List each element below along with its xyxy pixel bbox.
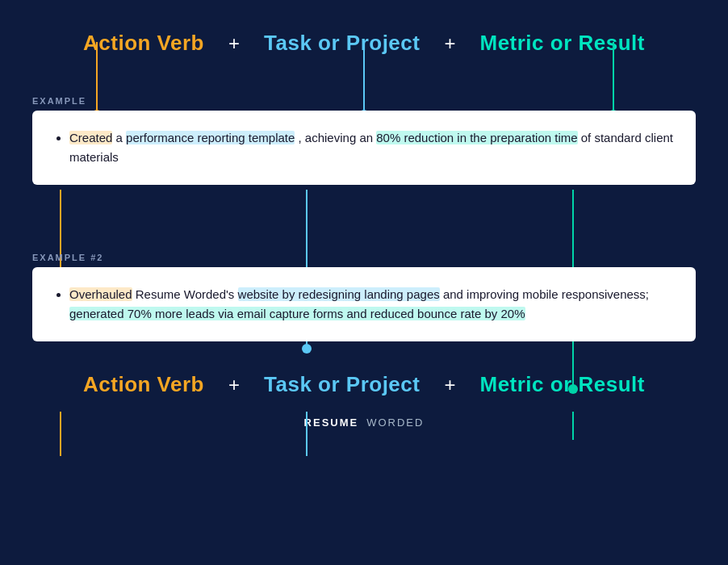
example1-bullet-item: Created a performance reporting template…	[69, 128, 673, 167]
footer: RESUME WORDED	[32, 415, 696, 429]
example2-action-verb: Overhauled	[69, 287, 132, 301]
example1-text1: a	[116, 131, 127, 144]
example2-section: EXAMPLE #2 Overhauled Resume Worded's we…	[32, 253, 696, 341]
top-plus-2: +	[444, 32, 455, 55]
example1-text2: , achieving an	[299, 131, 377, 144]
example2-label: EXAMPLE #2	[32, 253, 696, 262]
example2-card: Overhauled Resume Worded's website by re…	[32, 267, 696, 341]
example1-bullet-list: Created a performance reporting template…	[55, 128, 673, 167]
middle-spacer	[32, 198, 696, 253]
bottom-plus-1: +	[228, 374, 240, 396]
example1-section: EXAMPLE Created a performance reporting …	[32, 96, 696, 185]
example1-action-verb: Created	[69, 131, 112, 144]
top-plus-1: +	[228, 32, 240, 55]
brand-worded: WORDED	[366, 416, 424, 429]
example1-label: EXAMPLE	[32, 96, 696, 106]
top-spacer	[32, 56, 696, 96]
example2-metric: generated 70% more leads via email captu…	[69, 307, 525, 320]
example1-task: performance reporting template	[126, 131, 295, 144]
bottom-metric-label: Metric or Result	[479, 372, 645, 397]
brand-resume: RESUME	[304, 416, 359, 429]
example1-card: Created a performance reporting template…	[32, 111, 696, 185]
example2-task: website by redesigning landing pages	[238, 287, 440, 301]
top-action-verb-label: Action Verb	[83, 31, 204, 56]
bottom-action-verb-label: Action Verb	[83, 372, 204, 397]
bottom-formula-row: Action Verb + Task or Project + Metric o…	[32, 372, 696, 404]
example2-text2: and improving mobile responsiveness;	[443, 287, 649, 301]
example2-bullet-list: Overhauled Resume Worded's website by re…	[55, 285, 673, 324]
bottom-plus-2: +	[444, 374, 455, 396]
main-container: Action Verb + Task or Project + Metric o…	[0, 0, 728, 565]
example1-metric: 80% reduction in the preparation time	[376, 131, 577, 144]
example2-text1: Resume Worded's	[136, 287, 238, 301]
bottom-task-label: Task or Project	[264, 372, 420, 397]
bottom-connector-spacer	[32, 354, 696, 372]
top-metric-label: Metric or Result	[479, 31, 645, 56]
svg-point-9	[302, 344, 312, 354]
example2-bullet-item: Overhauled Resume Worded's website by re…	[69, 285, 673, 324]
top-task-label: Task or Project	[264, 31, 420, 56]
top-formula-row: Action Verb + Task or Project + Metric o…	[32, 16, 696, 56]
